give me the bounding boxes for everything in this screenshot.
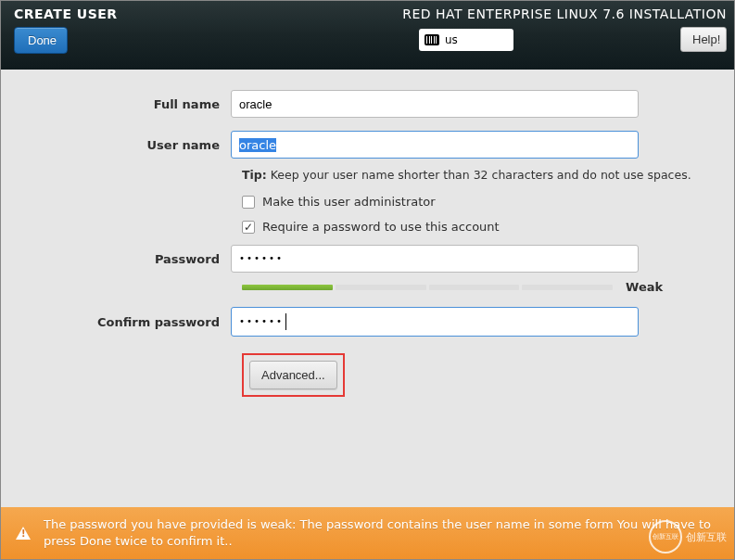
confirm-password-value: •••••• [239,313,284,330]
advanced-row: Advanced... [242,350,716,397]
user-name-input[interactable]: oracle [231,131,639,159]
full-name-input[interactable] [231,90,639,118]
warning-text: The password you have provided is weak: … [44,516,719,550]
strength-seg-3 [429,285,520,290]
watermark-text: 创新互联 [686,530,727,544]
install-title: RED HAT ENTERPRISE LINUX 7.6 INSTALLATIO… [402,6,727,21]
watermark: 创新互联 创新互联 [649,520,727,554]
confirm-password-row: Confirm password •••••• [19,307,716,337]
header-left: CREATE USER Done [14,5,118,62]
password-input[interactable]: •••••• [231,245,639,273]
user-name-label: User name [19,138,231,152]
done-button[interactable]: Done [14,27,68,54]
password-strength: Weak [242,280,716,294]
keyboard-layout-text: us [445,33,458,46]
help-button[interactable]: Help! [680,27,727,52]
text-caret [285,313,286,330]
admin-checkbox-row: Make this user administrator [242,195,716,209]
require-password-label: Require a password to use this account [262,220,500,234]
tip-prefix: Tip: [242,168,267,182]
full-name-label: Full name [19,97,231,111]
password-row: Password •••••• [19,245,716,273]
strength-label: Weak [626,280,663,294]
strength-seg-1 [242,285,333,290]
user-name-row: User name oracle [19,131,716,159]
user-name-value: oracle [239,138,276,152]
require-password-row: Require a password to use this account [242,220,716,234]
strength-bar [242,285,613,290]
username-tip: Tip: Keep your user name shorter than 32… [242,168,716,182]
warning-icon [16,527,31,540]
warning-bar: The password you have provided is weak: … [1,507,734,559]
strength-seg-4 [522,285,613,290]
header-controls: us Help! [419,27,727,52]
confirm-password-label: Confirm password [19,315,231,329]
page-title: CREATE USER [14,6,118,21]
strength-seg-2 [336,285,426,290]
password-label: Password [19,252,231,266]
tip-text: Keep your user name shorter than 32 char… [267,168,691,182]
confirm-password-input[interactable]: •••••• [231,307,639,337]
header-bar: CREATE USER Done RED HAT ENTERPRISE LINU… [1,1,734,70]
keyboard-layout-indicator[interactable]: us [419,29,513,51]
make-admin-label: Make this user administrator [262,195,436,209]
require-password-checkbox[interactable] [242,221,255,234]
password-value: •••••• [239,250,284,267]
keyboard-icon [425,34,439,45]
header-right: RED HAT ENTERPRISE LINUX 7.6 INSTALLATIO… [402,5,727,62]
watermark-logo: 创新互联 [649,520,682,554]
full-name-row: Full name [19,90,716,118]
confirm-password-wrapper: •••••• [231,307,639,337]
form-area: Full name User name oracle Tip: Keep you… [1,70,734,415]
make-admin-checkbox[interactable] [242,196,255,209]
advanced-button[interactable]: Advanced... [249,361,337,389]
advanced-highlight: Advanced... [242,353,345,397]
